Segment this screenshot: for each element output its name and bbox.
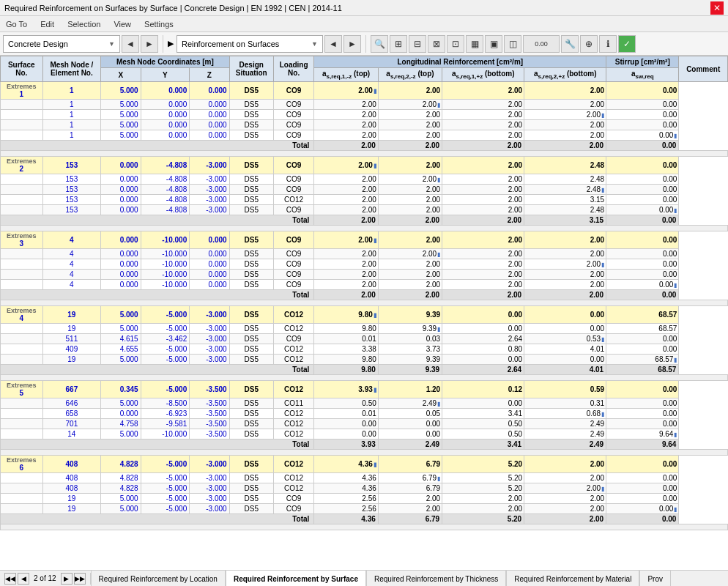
cell-value-v2: 2.00▮ <box>378 249 442 259</box>
tab-0[interactable]: Required Reinforcement by Location <box>91 571 226 586</box>
col-header-y: Y <box>141 68 190 82</box>
cell-coord-y: -5.000 <box>141 324 190 334</box>
indicator-icon: ▮ <box>601 187 604 193</box>
cell-value-v3: 2.00 <box>442 205 524 215</box>
export-button[interactable]: ▣ <box>485 35 502 53</box>
cell-total-value: 3.93 <box>314 440 378 450</box>
cell-value-v2: 0.05 <box>378 409 442 419</box>
cell-coord-x: 5.000 <box>101 120 141 130</box>
cell-mesh-node: 408 <box>42 473 101 483</box>
tab-4[interactable]: Prov <box>639 571 671 586</box>
menu-view[interactable]: View <box>111 19 134 29</box>
cell-value-v3: 2.00 <box>442 185 524 195</box>
cell-loading-no: CO12 <box>273 344 314 355</box>
cell-coord-y: -5.000 <box>141 344 190 355</box>
nav-prev-button[interactable]: ◄ <box>122 35 139 53</box>
cell-value-v1: 9.80 <box>314 355 378 365</box>
cell-coord-z: -3.000 <box>190 456 229 473</box>
last-page-button[interactable]: ▶▶ <box>74 573 86 585</box>
cell-loading-no: CO12 <box>273 324 314 334</box>
indicator-icon: ▮ <box>601 336 604 343</box>
cell-total-label: Total <box>1 440 314 450</box>
cell-loading-no: CO9 <box>273 82 314 100</box>
cell-value-v2: 3.73 <box>378 344 442 355</box>
cell-loading-no: CO9 <box>273 130 314 141</box>
wrench-button[interactable]: 🔧 <box>561 35 579 53</box>
cell-total-label: Total <box>1 365 314 375</box>
tab-3[interactable]: Required Reinforcement by Material <box>506 571 639 586</box>
print-button[interactable]: ⊟ <box>409 35 426 53</box>
cell-mesh-node: 19 <box>42 355 101 365</box>
cell-surface-no <box>1 280 43 290</box>
cell-coord-z: 0.000 <box>190 249 229 259</box>
menu-goto[interactable]: Go To <box>3 19 30 29</box>
cell-value-v4: 0.59 <box>524 381 606 398</box>
dropdown-reinf-surfaces[interactable]: Reinforcement on Surfaces ▼ <box>177 35 323 53</box>
cell-total-value: 2.00 <box>314 215 378 226</box>
menu-settings[interactable]: Settings <box>141 19 177 29</box>
cell-total-value: 2.00 <box>524 290 606 300</box>
cell-value-v5: 0.00 <box>606 195 679 205</box>
toolbar-middle: ▶ Reinforcement on Surfaces ▼ ◄ ► <box>168 35 366 53</box>
cell-total-value: 9.80 <box>314 365 378 375</box>
cell-value-v5: 0.00 <box>606 270 679 280</box>
indicator-icon: ▮ <box>601 262 604 268</box>
dropdown-concrete-design[interactable]: Concrete Design ▼ <box>3 35 120 53</box>
cell-value-v3: 5.20 <box>442 456 524 473</box>
cell-value-v3: 0.00 <box>442 306 524 324</box>
cell-value-v3: 2.00 <box>442 130 524 141</box>
cell-coord-z: 0.000 <box>190 280 229 290</box>
cell-design-situation: DS5 <box>229 120 273 130</box>
cell-value-v5: 0.00▮ <box>606 130 679 141</box>
tab-1[interactable]: Required Reinforcement by Surface <box>226 571 366 586</box>
cell-coord-z: -3.500 <box>190 409 229 419</box>
cell-total-value: 6.79 <box>378 514 442 524</box>
cell-value-v3: 0.12 <box>442 381 524 398</box>
cell-loading-no: CO9 <box>273 270 314 280</box>
cell-loading-no: CO12 <box>273 409 314 419</box>
copy-button[interactable]: ⊞ <box>390 35 407 53</box>
title-bar: Required Reinforcement on Surfaces by Su… <box>0 0 728 16</box>
col-header-assw: asw,req <box>606 68 679 82</box>
cell-coord-x: 5.000 <box>101 82 141 100</box>
cell-mesh-node: 1 <box>42 120 101 130</box>
col-header-mesh-node: Mesh Node /Element No. <box>42 56 101 82</box>
page-indicator: 2 of 12 <box>31 574 59 582</box>
indicator-icon: ▮ <box>674 133 677 139</box>
cell-coord-z: 0.000 <box>190 82 229 100</box>
tab-2[interactable]: Required Reinforcement by Thickness <box>366 571 506 586</box>
indicator-icon: ▮ <box>437 102 440 108</box>
cell-coord-z: 0.000 <box>190 100 229 110</box>
menu-edit[interactable]: Edit <box>37 19 57 29</box>
cell-coord-z: -3.500 <box>190 419 229 429</box>
next-page-button[interactable]: ▶ <box>61 573 73 585</box>
title-text: Required Reinforcement on Surfaces by Su… <box>4 4 342 12</box>
warning-button[interactable]: ✓ <box>618 35 636 53</box>
first-page-button[interactable]: ◀◀ <box>4 573 16 585</box>
cell-value-v4: 0.68▮ <box>524 409 606 419</box>
nav-prev2-button[interactable]: ◄ <box>324 35 342 53</box>
nav-next2-button[interactable]: ► <box>343 35 361 53</box>
cell-mesh-node: 4 <box>42 231 101 249</box>
prev-page-button[interactable]: ◀ <box>18 573 29 585</box>
zoom-button[interactable]: ⊕ <box>580 35 598 53</box>
cell-value-v2: 2.00 <box>378 504 442 514</box>
dropdown-reinf-label: Reinforcement on Surfaces <box>182 40 279 48</box>
chart-button[interactable]: ▦ <box>466 35 483 53</box>
options-button[interactable]: 0.00 <box>523 35 560 53</box>
filter-button[interactable]: ⊠ <box>428 35 445 53</box>
nav-next-button[interactable]: ► <box>141 35 158 53</box>
col-header-design: DesignSituation <box>229 56 273 82</box>
col-header-as-top2: as,req,2,-z (top) <box>378 68 442 82</box>
table-container[interactable]: SurfaceNo. Mesh Node /Element No. Mesh N… <box>0 56 728 570</box>
cell-mesh-node: 701 <box>42 419 101 429</box>
menu-selection[interactable]: Selection <box>64 19 103 29</box>
cell-value-v1: 2.00 <box>314 120 378 130</box>
close-button[interactable]: ✕ <box>710 1 724 15</box>
indicator-icon: ▮ <box>374 88 376 94</box>
view-button[interactable]: ◫ <box>504 35 521 53</box>
info-button[interactable]: ℹ <box>599 35 617 53</box>
cell-loading-no: CO12 <box>273 306 314 324</box>
table-button[interactable]: ⊡ <box>447 35 464 53</box>
search-button[interactable]: 🔍 <box>371 35 388 53</box>
